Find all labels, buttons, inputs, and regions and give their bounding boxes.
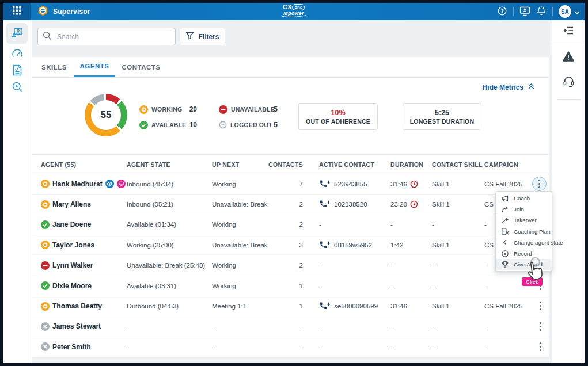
search-input[interactable] [56, 32, 170, 41]
topbar: Supervisor CXone Mpower ? SA [3, 3, 585, 20]
duration-alert-clock-icon [410, 200, 418, 208]
chevron-left-icon [501, 238, 509, 246]
product-title: Supervisor [53, 7, 90, 16]
interaction-search-icon [11, 81, 24, 95]
inbound-call-icon [319, 180, 331, 188]
help-icon: ? [497, 6, 507, 18]
coaching-plan-icon [501, 227, 509, 235]
status-unavailable-icon [41, 261, 50, 270]
campaign-cell: - [484, 256, 487, 276]
state-cell: Inbound (05:21) [127, 194, 173, 214]
alerts-icon [562, 51, 575, 64]
rail-item-alerts[interactable] [562, 51, 575, 63]
row-actions-menu-button[interactable] [534, 299, 547, 312]
sidebar-item-dashboard[interactable] [11, 48, 24, 60]
status-available-icon [41, 281, 50, 290]
active-contact-number: 523943855 [334, 181, 367, 188]
filters-label: Filters [198, 33, 219, 41]
record-icon [501, 250, 509, 258]
status-available-icon [41, 220, 50, 229]
presenter-button[interactable] [519, 6, 530, 18]
tab-agents[interactable]: AGENTS [74, 57, 115, 77]
duration-value: 1:42 [390, 242, 403, 249]
sidebar-item-interaction-search[interactable] [11, 81, 24, 94]
status-working-icon [41, 200, 50, 209]
presenter-icon [519, 6, 530, 18]
trophy-icon [501, 261, 509, 269]
state-cell: Available (01:34) [127, 215, 176, 235]
menu-item-coach[interactable]: Coach [496, 193, 552, 204]
tab-skills[interactable]: SKILLS [39, 57, 69, 77]
duration-value: 23:20 [390, 201, 407, 208]
support-headset-icon [563, 75, 575, 89]
state-cell: - [127, 317, 129, 337]
logo-mpower: Mpower [281, 11, 306, 16]
menu-item-change-agent-state[interactable]: Change agent state [496, 237, 552, 248]
rail-item-collapse-panel[interactable] [562, 25, 575, 37]
agent-cell: Lynn Walker [41, 256, 93, 276]
metric-label: LONGEST DURATION [410, 118, 475, 125]
row-actions-menu-button[interactable] [532, 177, 547, 191]
row-actions-menu-button[interactable] [534, 320, 547, 333]
logo-cx: CX [283, 4, 291, 10]
skill-cell: Skill 1 [432, 296, 450, 316]
filters-button[interactable]: Filters [180, 28, 225, 45]
metric-card: 10%OUT OF ADHERENCE [298, 103, 378, 130]
right-sidebar [552, 20, 585, 363]
contacts-cell: - [257, 337, 303, 357]
campaign-cell: - [484, 337, 487, 357]
collapse-panel-icon [563, 25, 574, 38]
active-contact-cell: 523943855 [319, 174, 367, 194]
topbar-separator [552, 7, 553, 16]
agent-name: Jane Doene [52, 220, 91, 228]
notifications-button[interactable] [536, 6, 547, 18]
skill-cell: - [432, 256, 434, 276]
metric-value: 5:25 [435, 109, 449, 117]
campaign-cell: - [484, 215, 487, 235]
table-header: AGENT (55)AGENT STATEUP NEXTCONTACTSACTI… [32, 154, 549, 174]
menu-item-record[interactable]: Record [496, 248, 552, 259]
agent-cell: Peter Smith [41, 337, 91, 357]
help-button[interactable]: ? [497, 6, 507, 18]
supervisor-app-icon [37, 5, 48, 18]
state-cell: Unavailable: Break (25:48) [127, 256, 205, 276]
left-sidebar [3, 20, 32, 363]
active-contact-number: 102138520 [334, 201, 367, 208]
row-actions-menu-button[interactable] [534, 340, 547, 353]
rail-divider [552, 44, 585, 44]
duration-cell: 31:46 [390, 296, 407, 316]
status-unavailable-icon [219, 105, 227, 114]
contacts-cell: 2 [257, 194, 303, 214]
sidebar-item-agent-monitoring[interactable] [6, 23, 28, 44]
legend-value: 20 [174, 105, 197, 113]
active-contact-cell: 102138520 [319, 194, 367, 214]
campaign-cell: - [484, 276, 487, 296]
cxone-mpower-logo: CXone Mpower [281, 4, 306, 18]
menu-item-label: Coach [514, 195, 530, 201]
column-header-contacts: CONTACTS [257, 155, 303, 174]
funnel-icon [185, 32, 194, 42]
legend-value: 5 [255, 121, 278, 129]
rail-item-support-headset[interactable] [562, 76, 575, 89]
monitor-eye-icon [105, 180, 114, 188]
user-menu-button[interactable]: SA [559, 5, 580, 18]
menu-item-coaching-plan[interactable]: Coaching Plan [496, 226, 552, 237]
join-arrow-icon [501, 205, 509, 214]
column-header-duration: DURATION [390, 155, 423, 174]
upnext-cell: - [212, 317, 214, 337]
active-contact-cell: - [319, 276, 321, 296]
tab-contacts[interactable]: CONTACTS [123, 57, 159, 77]
sidebar-item-reports[interactable] [11, 64, 24, 77]
duration-cell: - [390, 256, 393, 276]
menu-item-label: Change agent state [514, 239, 563, 246]
menu-item-takeover[interactable]: Takeover [496, 215, 552, 226]
contacts-cell: 1 [257, 296, 303, 316]
menu-item-join[interactable]: Join [496, 204, 552, 215]
app-launcher-button[interactable] [3, 3, 31, 20]
duration-cell: 31:46 [390, 174, 418, 194]
agent-name: Dixie Moore [52, 282, 92, 290]
hide-metrics-button[interactable]: Hide Metrics [479, 82, 538, 92]
rail-divider [557, 99, 580, 100]
duration-alert-clock-icon [410, 180, 418, 188]
skill-cell: - [432, 215, 434, 235]
